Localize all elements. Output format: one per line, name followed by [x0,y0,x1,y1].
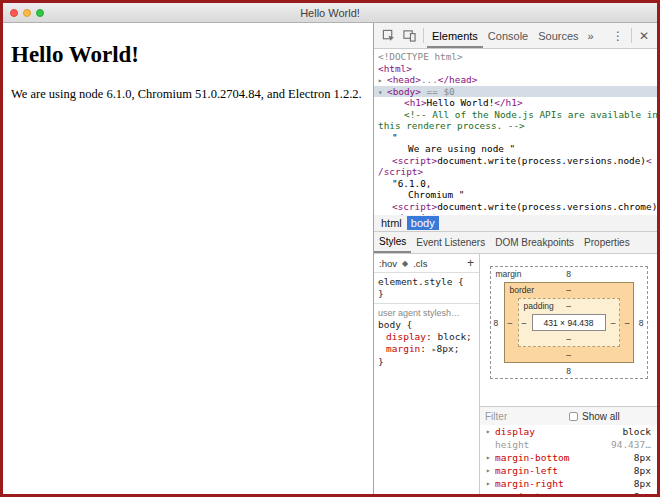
style-segment: } [378,288,384,299]
code-segment: <body> [387,86,421,97]
tree-line[interactable]: <html> [374,63,657,75]
close-window-button[interactable] [10,9,18,17]
code-segment: <html> [378,63,412,74]
computed-property-value: 8px [634,465,651,476]
devtools-toolbar: ElementsConsoleSources » ⋮ ✕ [374,23,657,49]
window-title: Hello World! [300,7,360,19]
titlebar[interactable]: Hello World! [3,3,657,23]
collapse-arrow-icon[interactable]: ▾ [378,87,387,99]
computed-property-name: margin-right [495,478,564,489]
devtools-menu-button[interactable]: ⋮ [608,29,628,43]
more-tabs-button[interactable]: » [584,30,598,42]
devtools-panel: ElementsConsoleSources » ⋮ ✕ <!DOCTYPE h… [373,23,657,494]
expand-arrow-icon[interactable]: ▸ [486,479,495,488]
expand-arrow-icon[interactable]: ▸ [486,427,495,436]
tree-line[interactable]: "6.1.0, [374,178,657,190]
computed-row[interactable]: height94.437… [480,438,657,451]
styles-pane-toolbar: :hov ◆ .cls + [374,254,479,273]
devtools-close-button[interactable]: ✕ [635,29,653,43]
code-segment: "6.1.0, [392,178,432,189]
computed-filter-bar: Show all [480,406,657,425]
border-bottom-value: – [505,350,633,360]
code-segment: We are using node " [408,143,515,154]
style-line[interactable]: body { [374,319,479,331]
style-line[interactable]: } [374,356,479,368]
breadcrumb-item-html[interactable]: html [377,216,406,230]
inspect-cursor-icon [382,29,395,42]
code-segment: == $0 [421,86,455,97]
style-segment: : [420,343,431,354]
padding-bottom-value: – [519,334,619,344]
sidebar-tab-properties[interactable]: Properties [579,232,635,253]
zoom-window-button[interactable] [36,9,44,17]
style-segment: block [438,331,467,342]
tree-line[interactable]: <script>document.write(process.versions.… [374,155,657,167]
computed-row[interactable]: ▸margin-right8px [480,477,657,490]
expand-arrow-icon[interactable]: ▸ [486,453,495,462]
style-line[interactable]: margin: ▸8px; [374,343,479,356]
computed-properties: ▸displayblockheight94.437…▸margin-bottom… [480,425,657,494]
tree-line[interactable]: We are using node " [374,143,657,155]
code-segment: /script> [378,166,423,177]
box-model: margin 8 8 8 8 border – – – – [480,254,657,406]
show-all-checkbox[interactable] [569,412,578,421]
devtools-tabs: ElementsConsoleSources [427,24,584,48]
tree-line[interactable]: Chromium " [374,189,657,201]
tree-line[interactable]: /script> [374,166,657,178]
expand-arrow-icon[interactable]: ▸ [486,466,495,475]
computed-filter-input[interactable] [485,411,565,422]
border-right-value: – [625,318,630,328]
code-segment: </h1> [494,97,522,108]
device-toolbar-button[interactable] [399,26,420,46]
breadcrumb: htmlbody [374,215,657,232]
tree-line[interactable]: <!-- All of the Node.js APIs are availab… [374,109,657,121]
tree-line[interactable]: <h1>Hello World!</h1> [374,97,657,109]
breadcrumb-item-body[interactable]: body [407,216,439,230]
tree-line[interactable]: <!DOCTYPE html> [374,51,657,63]
sidebar-tab-event-listeners[interactable]: Event Listeners [411,232,490,253]
style-segment: ; [466,331,472,342]
box-model-margin[interactable]: margin 8 8 8 8 border – – – – [490,266,648,379]
page-heading: Hello World! [11,42,365,68]
box-model-border[interactable]: border – – – – padding – – – [504,282,634,363]
traffic-lights [10,3,44,22]
tree-line[interactable]: ▾<body> == $0 [374,86,657,98]
margin-left-value: 8 [494,318,499,328]
expand-arrow-icon[interactable]: ▸ [486,492,495,494]
show-all-label: Show all [582,411,620,422]
minimize-window-button[interactable] [23,9,31,17]
tree-line[interactable]: this renderer process. --> [374,120,657,132]
tab-sources[interactable]: Sources [533,24,583,48]
add-class-button[interactable]: .cls [413,258,427,269]
style-line[interactable]: } [374,288,479,300]
computed-property-value: 8px [634,491,651,494]
computed-row[interactable]: ▸margin-top8px [480,490,657,494]
computed-property-value: 94.437… [611,439,651,450]
computed-row[interactable]: ▸margin-bottom8px [480,451,657,464]
inspect-element-button[interactable] [378,26,399,46]
box-model-content[interactable]: 431 × 94.438 [532,314,606,331]
tab-elements[interactable]: Elements [427,24,483,48]
styles-pane: :hov ◆ .cls + element.style {}user agent… [374,254,480,494]
sidebar-tab-styles[interactable]: Styles [374,232,411,253]
computed-row[interactable]: ▸margin-left8px [480,464,657,477]
border-top-value: – [505,285,633,295]
sidebar-tab-dom-breakpoints[interactable]: DOM Breakpoints [490,232,579,253]
style-line[interactable]: user agent stylesh… [374,303,479,319]
computed-row[interactable]: ▸displayblock [480,425,657,438]
tree-line[interactable]: ▸<head>...</head> [374,74,657,86]
toggle-element-state-button[interactable]: :hov [379,258,397,269]
sidebar-tabs: StylesEvent ListenersDOM BreakpointsProp… [374,232,657,254]
tree-line[interactable]: " [374,132,657,144]
style-line[interactable]: display: block; [374,331,479,343]
styles-split-view: :hov ◆ .cls + element.style {}user agent… [374,254,657,494]
style-line[interactable]: element.style { [374,276,479,288]
tree-line[interactable]: <script>document.write(process.versions.… [374,201,657,213]
margin-right-value: 8 [639,318,644,328]
expand-arrow-icon[interactable]: ▸ [378,75,387,87]
tab-console[interactable]: Console [483,24,533,48]
new-style-rule-button[interactable]: + [467,256,474,270]
code-segment: document.write(process.versions.node) [437,155,646,166]
box-model-padding[interactable]: padding – – – – 431 × 94.438 [518,298,620,347]
code-segment: Chromium " [408,189,464,200]
